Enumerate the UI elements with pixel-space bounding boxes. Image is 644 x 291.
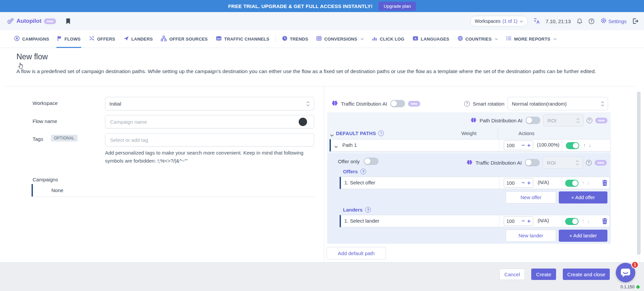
optional-badge: OPTIONAL (51, 135, 78, 141)
campaigns-value: None (33, 187, 63, 193)
nav-traffic-channels[interactable]: Ad TRAFFIC CHANNELS (212, 30, 274, 48)
upgrade-plan-button[interactable]: Upgrade plan (379, 2, 416, 11)
arrow-up-icon[interactable]: ↑ (583, 142, 586, 148)
app-window: FREE TRIAL. UPGRADE & GET FULL ACCESS IN… (0, 0, 644, 291)
trial-banner: FREE TRIAL. UPGRADE & GET FULL ACCESS IN… (0, 0, 644, 12)
create-and-close-button[interactable]: Create and close (563, 269, 610, 280)
new-lander-button[interactable]: New lander (506, 230, 556, 242)
workspaces-label: Workspaces (475, 18, 501, 24)
flow-name-field (105, 115, 314, 128)
lander-row[interactable]: 1. Select lander 100 − + (N/A) ↑ ↓ (340, 215, 610, 227)
offer-only-toggle[interactable] (364, 158, 379, 165)
offer-enabled-toggle[interactable] (565, 180, 579, 187)
nav-separator (276, 35, 276, 43)
landers-title: Landers (343, 207, 362, 213)
plus-icon[interactable]: + (527, 218, 531, 224)
roi-value: ROI (547, 160, 556, 166)
arrow-up-icon[interactable]: ↑ (582, 180, 585, 185)
trash-icon[interactable] (602, 180, 607, 186)
table-icon (316, 36, 322, 42)
traffic-ai-label: Traffic Distribution AI (341, 101, 387, 107)
create-button[interactable]: Create (531, 269, 556, 280)
tags-input[interactable] (109, 137, 310, 143)
minus-icon[interactable]: − (522, 142, 525, 148)
add-default-path-button[interactable]: Add default path (327, 247, 386, 259)
add-lander-button[interactable]: + Add lander (559, 230, 607, 242)
path-ai-toggle[interactable] (526, 117, 540, 124)
svg-text:Ad: Ad (217, 37, 220, 40)
logout-icon[interactable] (632, 18, 639, 24)
weight-value[interactable]: 100 (506, 180, 519, 186)
nav-landers[interactable]: LANDERS (119, 30, 157, 48)
nav-label: TRAFFIC CHANNELS (224, 37, 269, 42)
cancel-button[interactable]: Cancel (499, 269, 525, 280)
chevron-down-icon[interactable] (330, 132, 334, 138)
question-circle-icon[interactable]: ? (587, 118, 592, 123)
path-enabled-toggle[interactable] (566, 142, 579, 149)
flow-name-input[interactable] (109, 119, 310, 125)
smart-rotation-group: ? Smart rotation Normal rotation(random) (464, 97, 608, 110)
arrow-up-icon[interactable]: ↑ (582, 218, 585, 224)
help-icon[interactable]: ? (588, 18, 595, 24)
smart-rotation-select[interactable]: Normal rotation(random) (507, 97, 608, 110)
nav-click-log[interactable]: CLICK LOG (368, 30, 408, 48)
svg-text:x: x (534, 19, 536, 22)
translate-icon[interactable]: xA (534, 18, 540, 24)
nav-label: LANDERS (131, 37, 153, 42)
question-circle-icon[interactable]: ? (586, 160, 592, 166)
add-offer-button[interactable]: + Add offer (559, 191, 607, 203)
arrow-down-icon[interactable]: ↓ (587, 218, 590, 224)
traffic-ai-toggle[interactable] (390, 100, 405, 107)
question-circle-icon[interactable]: ? (360, 169, 366, 174)
nav-offers[interactable]: OFFERS (85, 30, 119, 48)
nav-countries[interactable]: COUNTRIES (453, 30, 502, 48)
workspace-select[interactable]: Initial (105, 97, 314, 110)
nav-label: FLOWS (64, 37, 81, 42)
new-badge: new (595, 118, 607, 123)
path-traffic-ai-toggle[interactable] (525, 159, 540, 166)
nav-offer-sources[interactable]: OFFER SOURCES (157, 30, 212, 48)
workspaces-selector[interactable]: Workspaces (1 of 1) (470, 16, 528, 26)
vertical-scrollbar[interactable] (637, 92, 641, 255)
question-circle-icon[interactable]: ? (464, 101, 470, 107)
brand[interactable]: Autopilot new (7, 18, 56, 24)
tags-field (105, 133, 314, 147)
svg-text:?: ? (590, 19, 592, 23)
weight-value[interactable]: 100 (506, 143, 519, 148)
chevron-down-icon[interactable] (334, 143, 338, 150)
campaigns-row: None (32, 184, 315, 197)
offer-only-label: Offer only (338, 159, 360, 164)
nav-campaigns[interactable]: CAMPAIGNS (10, 30, 53, 48)
traffic-ai-label: Traffic Distribution AI (476, 160, 522, 166)
plus-icon[interactable]: + (527, 142, 531, 148)
arrow-down-icon[interactable]: ↓ (589, 142, 591, 148)
nav-label: CONVERSIONS (324, 37, 357, 42)
nav-trends[interactable]: TRENDS (278, 30, 312, 48)
arrow-down-icon[interactable]: ↓ (587, 180, 590, 185)
minus-icon[interactable]: − (522, 180, 525, 186)
color-dot[interactable] (299, 118, 307, 126)
weight-value[interactable]: 100 (506, 219, 519, 224)
bookmark-icon[interactable] (65, 18, 71, 24)
settings-link[interactable]: Settings (600, 17, 627, 25)
lander-enabled-toggle[interactable] (565, 218, 579, 225)
weight-percent: (N/A) (538, 180, 549, 185)
question-circle-icon[interactable]: ? (365, 207, 371, 213)
offer-row[interactable]: 1. Select offer 100 − + (N/A) ↑ ↓ (340, 177, 610, 189)
question-circle-icon[interactable]: ? (378, 130, 384, 136)
new-offer-button[interactable]: New offer (506, 191, 556, 203)
nav-label: OFFERS (97, 37, 115, 42)
path-row[interactable]: Path 1 100 − + (100.00%) ↑ ↓ (330, 139, 611, 152)
nav-more-reports[interactable]: MORE REPORTS (502, 30, 561, 48)
bell-icon[interactable] (577, 18, 583, 24)
offers-heading: Offers ? (343, 169, 366, 174)
plus-icon[interactable]: + (527, 180, 531, 186)
nav-conversions[interactable]: CONVERSIONS (312, 30, 367, 48)
nav-flows[interactable]: FLOWS (53, 30, 85, 48)
path-ai-row: Path Distribution AI ROI ? new (470, 114, 607, 127)
minus-icon[interactable]: − (522, 218, 525, 224)
trash-icon[interactable] (602, 218, 607, 224)
nav-languages[interactable]: A LANGUAGES (408, 30, 453, 48)
traffic-ai-row: Traffic Distribution AI new ? Smart rota… (332, 97, 608, 111)
path-ai-label: Path Distribution AI (480, 118, 523, 123)
